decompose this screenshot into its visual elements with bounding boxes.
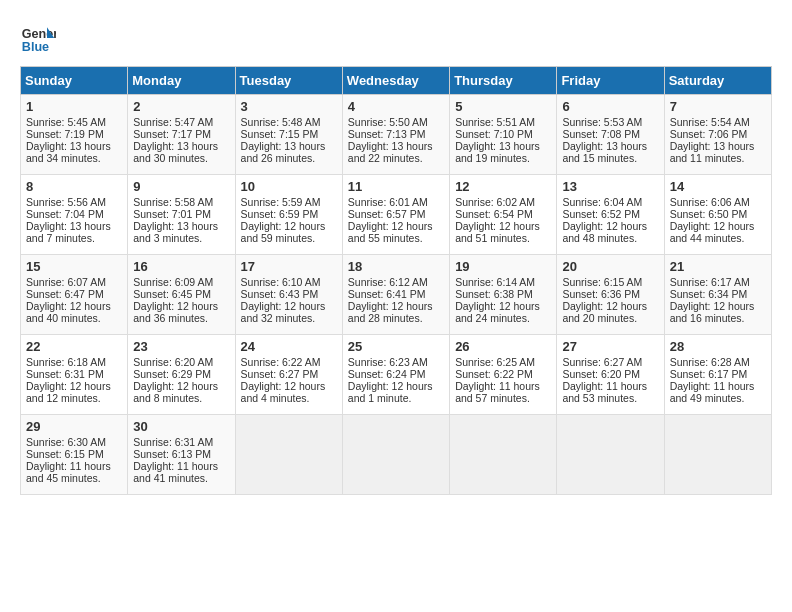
daylight: Daylight: 12 hours and 4 minutes. bbox=[241, 380, 326, 404]
daylight: Daylight: 12 hours and 8 minutes. bbox=[133, 380, 218, 404]
calendar-cell: 29Sunrise: 6:30 AMSunset: 6:15 PMDayligh… bbox=[21, 415, 128, 495]
sunrise: Sunrise: 6:15 AM bbox=[562, 276, 642, 288]
sunset: Sunset: 7:01 PM bbox=[133, 208, 211, 220]
daylight: Daylight: 12 hours and 59 minutes. bbox=[241, 220, 326, 244]
calendar-cell: 27Sunrise: 6:27 AMSunset: 6:20 PMDayligh… bbox=[557, 335, 664, 415]
daylight: Daylight: 12 hours and 48 minutes. bbox=[562, 220, 647, 244]
calendar-cell: 23Sunrise: 6:20 AMSunset: 6:29 PMDayligh… bbox=[128, 335, 235, 415]
calendar-week-2: 8Sunrise: 5:56 AMSunset: 7:04 PMDaylight… bbox=[21, 175, 772, 255]
day-number: 20 bbox=[562, 259, 658, 274]
day-number: 3 bbox=[241, 99, 337, 114]
header-saturday: Saturday bbox=[664, 67, 771, 95]
sunrise: Sunrise: 5:54 AM bbox=[670, 116, 750, 128]
daylight: Daylight: 13 hours and 34 minutes. bbox=[26, 140, 111, 164]
header-monday: Monday bbox=[128, 67, 235, 95]
day-number: 29 bbox=[26, 419, 122, 434]
daylight: Daylight: 12 hours and 16 minutes. bbox=[670, 300, 755, 324]
calendar-cell: 24Sunrise: 6:22 AMSunset: 6:27 PMDayligh… bbox=[235, 335, 342, 415]
svg-text:Blue: Blue bbox=[22, 40, 49, 54]
daylight: Daylight: 12 hours and 55 minutes. bbox=[348, 220, 433, 244]
header-row: SundayMondayTuesdayWednesdayThursdayFrid… bbox=[21, 67, 772, 95]
calendar-cell: 6Sunrise: 5:53 AMSunset: 7:08 PMDaylight… bbox=[557, 95, 664, 175]
day-number: 8 bbox=[26, 179, 122, 194]
sunset: Sunset: 6:13 PM bbox=[133, 448, 211, 460]
calendar-cell: 22Sunrise: 6:18 AMSunset: 6:31 PMDayligh… bbox=[21, 335, 128, 415]
day-number: 14 bbox=[670, 179, 766, 194]
day-number: 6 bbox=[562, 99, 658, 114]
header-tuesday: Tuesday bbox=[235, 67, 342, 95]
day-number: 27 bbox=[562, 339, 658, 354]
daylight: Daylight: 11 hours and 41 minutes. bbox=[133, 460, 218, 484]
daylight: Daylight: 12 hours and 12 minutes. bbox=[26, 380, 111, 404]
day-number: 18 bbox=[348, 259, 444, 274]
sunset: Sunset: 6:45 PM bbox=[133, 288, 211, 300]
daylight: Daylight: 12 hours and 40 minutes. bbox=[26, 300, 111, 324]
day-number: 22 bbox=[26, 339, 122, 354]
sunrise: Sunrise: 6:31 AM bbox=[133, 436, 213, 448]
header-thursday: Thursday bbox=[450, 67, 557, 95]
day-number: 15 bbox=[26, 259, 122, 274]
sunrise: Sunrise: 6:07 AM bbox=[26, 276, 106, 288]
daylight: Daylight: 12 hours and 32 minutes. bbox=[241, 300, 326, 324]
sunset: Sunset: 6:57 PM bbox=[348, 208, 426, 220]
day-number: 2 bbox=[133, 99, 229, 114]
calendar-body: 1Sunrise: 5:45 AMSunset: 7:19 PMDaylight… bbox=[21, 95, 772, 495]
sunrise: Sunrise: 6:09 AM bbox=[133, 276, 213, 288]
sunrise: Sunrise: 5:45 AM bbox=[26, 116, 106, 128]
sunrise: Sunrise: 6:02 AM bbox=[455, 196, 535, 208]
calendar-cell: 19Sunrise: 6:14 AMSunset: 6:38 PMDayligh… bbox=[450, 255, 557, 335]
calendar-cell: 10Sunrise: 5:59 AMSunset: 6:59 PMDayligh… bbox=[235, 175, 342, 255]
sunset: Sunset: 6:20 PM bbox=[562, 368, 640, 380]
calendar-cell: 8Sunrise: 5:56 AMSunset: 7:04 PMDaylight… bbox=[21, 175, 128, 255]
calendar-cell: 1Sunrise: 5:45 AMSunset: 7:19 PMDaylight… bbox=[21, 95, 128, 175]
calendar-cell: 25Sunrise: 6:23 AMSunset: 6:24 PMDayligh… bbox=[342, 335, 449, 415]
sunset: Sunset: 6:17 PM bbox=[670, 368, 748, 380]
sunset: Sunset: 6:15 PM bbox=[26, 448, 104, 460]
sunset: Sunset: 6:41 PM bbox=[348, 288, 426, 300]
sunset: Sunset: 6:47 PM bbox=[26, 288, 104, 300]
calendar-cell: 4Sunrise: 5:50 AMSunset: 7:13 PMDaylight… bbox=[342, 95, 449, 175]
sunset: Sunset: 7:15 PM bbox=[241, 128, 319, 140]
calendar-cell: 21Sunrise: 6:17 AMSunset: 6:34 PMDayligh… bbox=[664, 255, 771, 335]
day-number: 7 bbox=[670, 99, 766, 114]
daylight: Daylight: 12 hours and 1 minute. bbox=[348, 380, 433, 404]
calendar-cell: 7Sunrise: 5:54 AMSunset: 7:06 PMDaylight… bbox=[664, 95, 771, 175]
calendar-week-4: 22Sunrise: 6:18 AMSunset: 6:31 PMDayligh… bbox=[21, 335, 772, 415]
sunrise: Sunrise: 5:59 AM bbox=[241, 196, 321, 208]
day-number: 1 bbox=[26, 99, 122, 114]
calendar-cell: 11Sunrise: 6:01 AMSunset: 6:57 PMDayligh… bbox=[342, 175, 449, 255]
day-number: 5 bbox=[455, 99, 551, 114]
sunrise: Sunrise: 6:18 AM bbox=[26, 356, 106, 368]
day-number: 30 bbox=[133, 419, 229, 434]
sunrise: Sunrise: 6:06 AM bbox=[670, 196, 750, 208]
header-friday: Friday bbox=[557, 67, 664, 95]
sunset: Sunset: 7:10 PM bbox=[455, 128, 533, 140]
sunrise: Sunrise: 6:12 AM bbox=[348, 276, 428, 288]
calendar-cell bbox=[235, 415, 342, 495]
sunrise: Sunrise: 6:23 AM bbox=[348, 356, 428, 368]
calendar-table: SundayMondayTuesdayWednesdayThursdayFrid… bbox=[20, 66, 772, 495]
daylight: Daylight: 13 hours and 11 minutes. bbox=[670, 140, 755, 164]
calendar-cell: 5Sunrise: 5:51 AMSunset: 7:10 PMDaylight… bbox=[450, 95, 557, 175]
day-number: 25 bbox=[348, 339, 444, 354]
calendar-week-5: 29Sunrise: 6:30 AMSunset: 6:15 PMDayligh… bbox=[21, 415, 772, 495]
sunset: Sunset: 6:27 PM bbox=[241, 368, 319, 380]
daylight: Daylight: 12 hours and 28 minutes. bbox=[348, 300, 433, 324]
day-number: 12 bbox=[455, 179, 551, 194]
calendar-cell: 26Sunrise: 6:25 AMSunset: 6:22 PMDayligh… bbox=[450, 335, 557, 415]
calendar-cell: 28Sunrise: 6:28 AMSunset: 6:17 PMDayligh… bbox=[664, 335, 771, 415]
logo: General Blue bbox=[20, 20, 60, 56]
sunrise: Sunrise: 6:25 AM bbox=[455, 356, 535, 368]
day-number: 10 bbox=[241, 179, 337, 194]
day-number: 21 bbox=[670, 259, 766, 274]
sunset: Sunset: 6:29 PM bbox=[133, 368, 211, 380]
calendar-cell bbox=[450, 415, 557, 495]
sunrise: Sunrise: 6:04 AM bbox=[562, 196, 642, 208]
sunrise: Sunrise: 6:27 AM bbox=[562, 356, 642, 368]
calendar-cell: 18Sunrise: 6:12 AMSunset: 6:41 PMDayligh… bbox=[342, 255, 449, 335]
sunrise: Sunrise: 5:50 AM bbox=[348, 116, 428, 128]
sunset: Sunset: 7:08 PM bbox=[562, 128, 640, 140]
sunset: Sunset: 6:38 PM bbox=[455, 288, 533, 300]
sunset: Sunset: 6:43 PM bbox=[241, 288, 319, 300]
calendar-cell: 15Sunrise: 6:07 AMSunset: 6:47 PMDayligh… bbox=[21, 255, 128, 335]
